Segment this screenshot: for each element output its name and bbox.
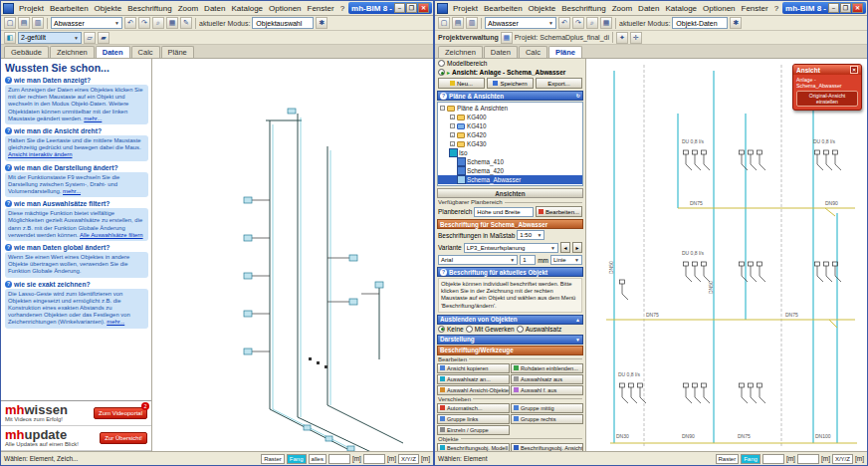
settings-icon[interactable]: ✱ — [316, 17, 327, 29]
help-link[interactable]: Ansicht interaktiv ändern — [8, 151, 73, 157]
edit-icon[interactable]: ✎ — [180, 17, 192, 29]
redo-icon[interactable]: ↷ — [572, 17, 584, 29]
raster-toggle[interactable]: Raster — [261, 454, 285, 464]
coord-x-field[interactable] — [762, 454, 784, 464]
solid-icon[interactable]: ▰ — [98, 32, 109, 44]
raster-toggle[interactable]: Raster — [716, 454, 740, 464]
tab-calc[interactable]: Calc — [131, 46, 160, 58]
neu-button[interactable]: Neu... — [438, 78, 485, 89]
speichern-button[interactable]: Speichern — [487, 78, 534, 89]
auswahlsatz-an-button[interactable]: Auswahlsatz an... — [437, 374, 510, 384]
trade-select[interactable]: Abwasser ▼ — [485, 17, 556, 29]
bearbeiten-button[interactable]: Bearbeiten... — [536, 206, 582, 217]
undo-icon[interactable]: ↶ — [124, 17, 136, 29]
undo-icon[interactable]: ↶ — [558, 17, 570, 29]
link-icon[interactable]: ✛ — [630, 32, 642, 44]
gruppe-links-button[interactable]: Gruppe links — [437, 414, 510, 424]
modellbereich-radio[interactable] — [438, 60, 445, 67]
open-icon[interactable]: ▤ — [18, 17, 30, 29]
coord-xyz-field[interactable]: X/Y/Z — [398, 454, 419, 464]
users-icon[interactable]: ✦ — [616, 32, 628, 44]
menu-beschriftung[interactable]: Beschriftung — [558, 4, 608, 13]
tree-item-root[interactable]: − Pläne & Ansichten — [438, 104, 582, 113]
menu-beschriftung[interactable]: Beschriftung — [124, 4, 174, 13]
gewerke-radio[interactable] — [466, 326, 473, 333]
menu-fenster[interactable]: Fenster — [739, 4, 771, 13]
einzeln-gruppe-button[interactable]: Einzeln / Gruppe — [437, 425, 510, 435]
tab-daten[interactable]: Daten — [484, 46, 518, 58]
menu-objekte[interactable]: Objekte — [92, 4, 125, 13]
line-select[interactable]: Linie▼ — [550, 255, 582, 265]
tree-item-kg410[interactable]: − KG410 — [438, 121, 582, 130]
menu-optionen[interactable]: Optionen — [266, 4, 304, 13]
fill-style-select[interactable]: 2-gefüllt ▼ — [18, 32, 82, 44]
variante-select[interactable]: LP3_Entwurfsplanung▼ — [464, 243, 558, 253]
save-icon[interactable]: ▥ — [32, 17, 44, 29]
beschriftungsobjekt-ansicht-button[interactable]: Beschriftungsobj. Ansicht — [511, 443, 583, 451]
collapse-icon[interactable]: − — [440, 106, 445, 111]
tab-zeichnen[interactable]: Zeichnen — [50, 46, 95, 58]
menu-zoom[interactable]: Zoom — [175, 4, 201, 13]
auswahlsatz-radio[interactable] — [517, 326, 524, 333]
filter-select[interactable]: alles — [309, 454, 326, 464]
help-scroll-area[interactable]: Wussten Sie schon... ? wie man Daten anz… — [1, 59, 151, 400]
tab-calc[interactable]: Calc — [519, 46, 547, 58]
expand-icon[interactable]: + — [450, 141, 455, 146]
tab-plaene[interactable]: Pläne — [161, 46, 194, 58]
zoom-icon[interactable]: ⌕ — [586, 17, 598, 29]
tree-item-kg430[interactable]: + KG430 — [438, 139, 582, 148]
coord-y-field[interactable] — [797, 454, 819, 464]
fill-bucket-icon[interactable]: ◧ — [4, 32, 16, 44]
fang-toggle[interactable]: Fang — [287, 454, 307, 464]
minimize-button[interactable]: – — [394, 3, 405, 13]
layer-icon[interactable]: ▱ — [84, 32, 96, 44]
tree-item-kg400[interactable]: + KG400 — [438, 113, 582, 121]
collapse-icon[interactable]: − — [450, 123, 455, 128]
beschriftungsobjekt-modell-button[interactable]: Beschriftungsobj. Modell — [437, 443, 510, 451]
new-document-icon[interactable]: ▢ — [438, 17, 450, 29]
menu-projekt[interactable]: Projekt — [16, 4, 47, 13]
tree-item-schema-420[interactable]: Schema_420 — [438, 166, 582, 175]
menu-fenster[interactable]: Fenster — [305, 4, 337, 13]
close-button[interactable]: ✕ — [852, 3, 863, 13]
size-field[interactable]: 1 — [520, 255, 536, 265]
mode-field[interactable]: Objektauswahl — [252, 17, 314, 29]
tree-item-schema-410[interactable]: Schema_410 — [438, 157, 582, 166]
auswahlsatz-aus-button[interactable]: Auswahlsatz aus — [511, 374, 583, 384]
tree-item-schema-abwasser[interactable]: Schema_Abwasser — [438, 175, 582, 184]
close-button[interactable]: ✕ — [418, 3, 429, 13]
help-link[interactable]: mehr... — [84, 116, 102, 121]
auswahl-aus-button[interactable]: Auswahl f. aus — [511, 385, 583, 395]
help-link[interactable]: mehr... — [107, 319, 124, 325]
settings-icon[interactable]: ✱ — [730, 17, 742, 29]
tab-gebaeude[interactable]: Gebäude — [4, 46, 49, 58]
tab-plaene[interactable]: Pläne — [548, 46, 582, 58]
help-link[interactable]: Alle Auswahlsätze filtern — [80, 232, 143, 238]
schema-canvas[interactable]: DU 0,8 l/s DU 0,8 l/s DU 0,8 l/s DU 0,8 … — [586, 59, 867, 451]
chevron-down-icon[interactable]: ▼ — [575, 337, 580, 343]
menu-hilfe[interactable]: ? — [337, 4, 347, 13]
auswahl-ansicht-objekte-button[interactable]: Auswahl Ansicht-Objekte — [437, 385, 510, 395]
gruppe-rechts-button[interactable]: Gruppe rechts — [511, 414, 583, 424]
videoportal-button[interactable]: Zum Videoportal — [94, 407, 147, 419]
ansichten-bar[interactable]: Ansichten — [437, 188, 583, 198]
projektverwaltung-tab[interactable]: Projektverwaltung — [438, 34, 499, 41]
redo-icon[interactable]: ↷ — [138, 17, 150, 29]
maximize-button[interactable]: ❐ — [406, 3, 417, 13]
menu-hilfe[interactable]: ? — [771, 4, 781, 13]
plans-tree[interactable]: − Pläne & Ansichten + KG400 − KG410 — [437, 102, 583, 186]
menu-bearbeiten[interactable]: Bearbeiten — [47, 4, 92, 13]
fang-toggle[interactable]: Fang — [741, 454, 760, 464]
rohdaten-button[interactable]: Rohdaten einblenden... — [511, 363, 583, 373]
open-icon[interactable]: ▤ — [452, 17, 464, 29]
menu-projekt[interactable]: Projekt — [450, 4, 481, 13]
help-circle-icon[interactable]: ? — [440, 269, 447, 276]
chevron-up-icon[interactable]: ▲ — [575, 317, 580, 323]
grid-icon[interactable]: ▦ — [166, 17, 178, 29]
font-select[interactable]: Arial▼ — [438, 255, 518, 265]
tree-item-iso[interactable]: Iso — [438, 148, 582, 157]
grid-icon[interactable]: ▦ — [600, 17, 612, 29]
save-icon[interactable]: ▥ — [466, 17, 478, 29]
menu-bearbeiten[interactable]: Bearbeiten — [481, 4, 526, 13]
massstab-select[interactable]: 1:50▼ — [517, 230, 544, 240]
